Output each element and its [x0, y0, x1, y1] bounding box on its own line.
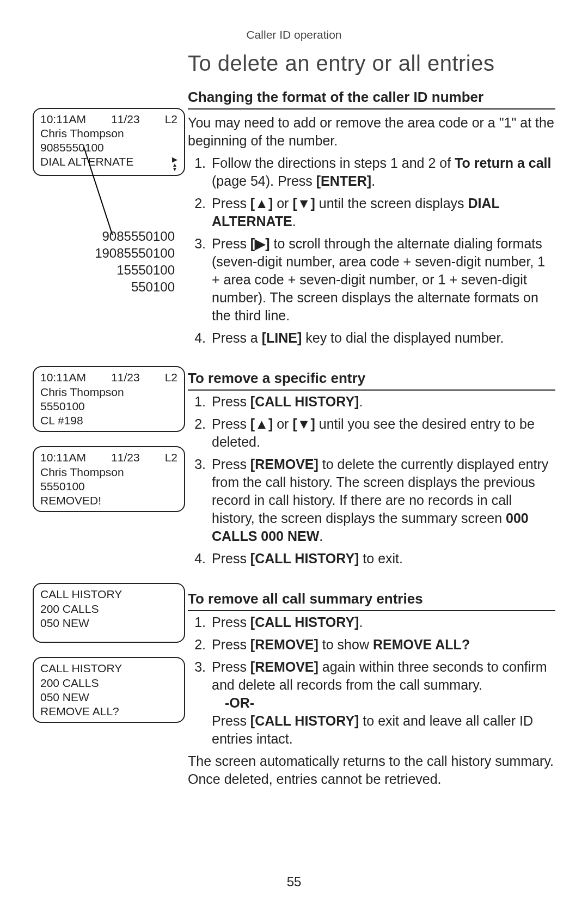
steps-remove-specific: Press [CALL HISTORY]. Press [▲] or [▼] u…	[188, 393, 555, 568]
lcd-time: 10:11AM	[40, 451, 86, 465]
lcd-line1: CALL HISTORY	[40, 661, 177, 675]
key-right: [▶]	[250, 236, 270, 251]
lcd-remove-all-prompt: CALL HISTORY 200 CALLS 050 NEW REMOVE AL…	[33, 657, 185, 723]
lcd-line: L2	[165, 370, 177, 385]
alt-number-4: 550100	[33, 279, 175, 296]
lcd-name: Chris Thompson	[40, 385, 177, 399]
step: Press [▲] or [▼] until the screen displa…	[210, 194, 555, 230]
key-down: [▼]	[292, 196, 315, 211]
lcd-scroll-icons: ▶ ▲▼	[172, 156, 177, 172]
lcd-name: Chris Thompson	[40, 126, 177, 141]
key-call-history: [CALL HISTORY]	[250, 713, 359, 728]
right-column: To delete an entry or all entries Changi…	[188, 48, 555, 793]
ref-to-return-a-call: To return a call	[455, 155, 551, 171]
step: Press [REMOVE] to show REMOVE ALL?	[210, 636, 555, 654]
steps-change-format: Follow the directions in steps 1 and 2 o…	[188, 154, 555, 347]
lcd-time: 10:11AM	[40, 112, 86, 126]
key-call-history: [CALL HISTORY]	[250, 551, 359, 566]
lcd-date: 11/23	[111, 451, 140, 465]
step: Press [▲] or [▼] until you see the desir…	[210, 415, 555, 451]
lcd-line3: 050 NEW	[40, 690, 177, 704]
intro-text: You may need to add or remove the area c…	[188, 114, 555, 150]
alt-number-2: 19085550100	[33, 245, 175, 262]
steps-remove-all: Press [CALL HISTORY]. Press [REMOVE] to …	[188, 613, 555, 748]
step: Press [CALL HISTORY].	[210, 613, 555, 631]
outro-text: The screen automatically returns to the …	[188, 752, 555, 788]
lcd-line2: 200 CALLS	[40, 676, 177, 690]
step: Press [REMOVE] to delete the currently d…	[210, 455, 555, 545]
lcd-number: 9085550100	[40, 141, 104, 155]
lcd-number: 5550100	[40, 479, 177, 494]
or-separator: -OR-	[225, 694, 555, 712]
lcd-line4: REMOVE ALL?	[40, 704, 177, 719]
key-remove: [REMOVE]	[250, 659, 318, 674]
lcd-name: Chris Thompson	[40, 465, 177, 479]
step: Press a [LINE] key to dial the displayed…	[210, 329, 555, 347]
lcd-time: 10:11AM	[40, 370, 86, 385]
screen-text-remove-all: REMOVE ALL?	[373, 637, 470, 652]
key-call-history: [CALL HISTORY]	[250, 394, 359, 409]
lcd-line1: CALL HISTORY	[40, 587, 177, 601]
key-enter: [ENTER]	[316, 173, 371, 188]
key-remove: [REMOVE]	[250, 637, 318, 652]
lcd-date: 11/23	[111, 370, 140, 385]
step: Press [▶] to scroll through the alternat…	[210, 235, 555, 325]
heading-change-format: Changing the format of the caller ID num…	[188, 88, 555, 109]
lcd-removed: 10:11AM 11/23 L2 Chris Thompson 5550100 …	[33, 446, 185, 512]
lcd-dial-alternate: 10:11AM 11/23 L2 Chris Thompson 90855501…	[33, 108, 185, 176]
heading-remove-specific: To remove a specific entry	[188, 369, 555, 391]
step: Press [REMOVE] again within three second…	[210, 658, 555, 748]
left-column: 10:11AM 11/23 L2 Chris Thompson 90855501…	[33, 48, 188, 723]
lcd-line: L2	[165, 451, 177, 465]
alt-number-3: 15550100	[33, 262, 175, 279]
alt-number-1: 9085550100	[33, 228, 175, 245]
step: Press [CALL HISTORY].	[210, 393, 555, 411]
page-number: 55	[0, 873, 588, 891]
page-title: To delete an entry or all entries	[188, 49, 555, 78]
heading-remove-all: To remove all call summary entries	[188, 589, 555, 611]
step: Press [CALL HISTORY] to exit.	[210, 550, 555, 568]
key-call-history: [CALL HISTORY]	[250, 614, 359, 630]
alternate-number-list: 9085550100 19085550100 15550100 550100	[33, 228, 188, 295]
lcd-call-history-summary: CALL HISTORY 200 CALLS 050 NEW	[33, 583, 185, 643]
key-remove: [REMOVE]	[250, 456, 318, 472]
key-up: [▲]	[250, 416, 273, 431]
lcd-status: CL #198	[40, 413, 177, 428]
key-up: [▲]	[250, 196, 273, 211]
step-alt: Press [CALL HISTORY] to exit and leave a…	[212, 713, 533, 746]
key-line: [LINE]	[262, 330, 302, 345]
lcd-line2: 200 CALLS	[40, 602, 177, 616]
lcd-line3: 050 NEW	[40, 616, 177, 630]
lcd-line: L2	[165, 112, 177, 126]
lcd-entry-detail: 10:11AM 11/23 L2 Chris Thompson 5550100 …	[33, 366, 185, 432]
key-down: [▼]	[292, 416, 315, 431]
lcd-number: 5550100	[40, 399, 177, 413]
lcd-date: 11/23	[111, 112, 140, 126]
step: Follow the directions in steps 1 and 2 o…	[210, 154, 555, 190]
breadcrumb: Caller ID operation	[33, 27, 555, 42]
lcd-status: REMOVED!	[40, 494, 177, 508]
